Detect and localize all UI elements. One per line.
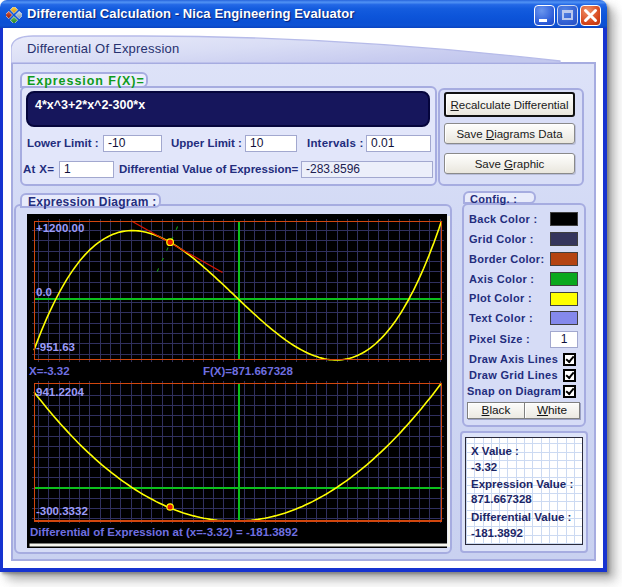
svg-text:941.2204: 941.2204 [36, 386, 85, 398]
svg-text:-300.3332: -300.3332 [36, 505, 88, 517]
svg-text:X=-3.32: X=-3.32 [29, 365, 70, 377]
svg-text:Differential of Expression at: Differential of Expression at (x=-3.32) … [30, 526, 298, 538]
svg-text:F(X)=871.667328: F(X)=871.667328 [203, 365, 293, 377]
svg-text:+1200.00: +1200.00 [36, 222, 84, 234]
svg-text:0.0: 0.0 [36, 286, 52, 298]
svg-text:-951.63: -951.63 [36, 341, 75, 353]
